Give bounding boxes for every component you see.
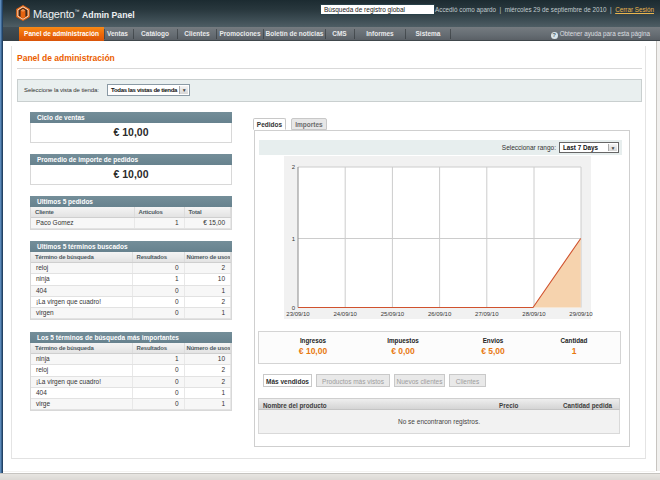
svg-text:23/09/10: 23/09/10 <box>286 311 310 317</box>
svg-text:25/09/10: 25/09/10 <box>381 311 405 317</box>
svg-text:28/09/10: 28/09/10 <box>522 311 546 317</box>
svg-text:27/09/10: 27/09/10 <box>475 311 499 317</box>
svg-text:29/09/10: 29/09/10 <box>569 311 593 317</box>
svg-text:24/09/10: 24/09/10 <box>334 311 358 317</box>
svg-text:26/09/10: 26/09/10 <box>428 311 452 317</box>
